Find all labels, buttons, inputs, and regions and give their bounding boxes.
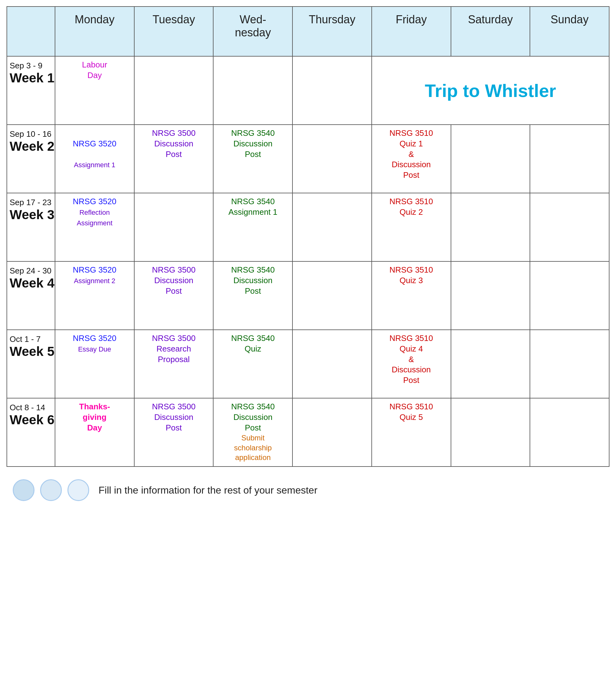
w3-monday-content: NRSG 3520 ReflectionAssignment (58, 196, 131, 228)
header-wednesday: Wed- nesday (213, 6, 292, 56)
w5-wednesday-content: NRSG 3540 Quiz (216, 333, 290, 354)
header-sunday: Sunday (530, 6, 609, 56)
w3-mon-line2: ReflectionAssignment (77, 208, 112, 227)
w4-mon-line2: Assignment 2 (74, 277, 115, 285)
w4-wednesday-content: NRSG 3540 Discussion Post (216, 265, 290, 296)
legend-circle-2 (40, 479, 62, 501)
w2-wednesday-content: NRSG 3540 Discussion Post (216, 128, 290, 159)
cell-w2-wednesday: NRSG 3540 Discussion Post (213, 125, 292, 193)
cell-w1-trip: Trip to Whistler (372, 56, 609, 125)
w6-wed-orange: Submit scholarship application (216, 433, 290, 462)
cell-w3-saturday (451, 193, 530, 261)
cell-w1-thursday (292, 56, 372, 125)
cell-w2-sunday (530, 125, 609, 193)
cell-w4-tuesday: NRSG 3500 Discussion Post (134, 261, 214, 330)
cell-w4-wednesday: NRSG 3540 Discussion Post (213, 261, 292, 330)
w2-monday-content: NRSG 3520 Assignment 1 (58, 128, 131, 170)
w4-friday-content: NRSG 3510 Quiz 3 (375, 265, 448, 286)
calendar-table: Monday Tuesday Wed- nesday Thursday Frid… (6, 6, 610, 467)
legend-circle-1 (13, 479, 35, 501)
trip-whistler-text: Trip to Whistler (375, 80, 607, 101)
cell-w6-thursday (292, 398, 372, 467)
table-row: Oct 8 - 14 Week 6 Thanks- giving Day NRS… (7, 398, 609, 467)
cell-w5-tuesday: NRSG 3500 Research Proposal (134, 330, 214, 398)
cell-w5-wednesday: NRSG 3540 Quiz (213, 330, 292, 398)
legend-circles (13, 479, 89, 501)
w6-wed-green: NRSG 3540 Discussion Post (216, 402, 290, 433)
cell-w4-monday: NRSG 3520 Assignment 2 (55, 261, 134, 330)
w5-friday-content: NRSG 3510 Quiz 4 & Discussion Post (375, 333, 448, 386)
cell-w5-friday: NRSG 3510 Quiz 4 & Discussion Post (372, 330, 451, 398)
cell-w6-monday: Thanks- giving Day (55, 398, 134, 467)
cell-w4-thursday (292, 261, 372, 330)
w6-friday-content: NRSG 3510 Quiz 5 (375, 402, 448, 423)
cell-w3-sunday (530, 193, 609, 261)
cell-w2-tuesday: NRSG 3500 Discussion Post (134, 125, 214, 193)
cell-w3-tuesday (134, 193, 214, 261)
cell-w3-friday: NRSG 3510 Quiz 2 (372, 193, 451, 261)
w3-wednesday-content: NRSG 3540 Assignment 1 (216, 196, 290, 218)
week-label: Sep 17 - 23 Week 3 (7, 193, 55, 261)
cell-w6-sunday (530, 398, 609, 467)
week-label: Sep 24 - 30 Week 4 (7, 261, 55, 330)
table-row: Oct 1 - 7 Week 5 NRSG 3520 Essay Due NRS… (7, 330, 609, 398)
cell-w2-thursday (292, 125, 372, 193)
header-tuesday: Tuesday (134, 6, 214, 56)
header-monday: Monday (55, 6, 134, 56)
cell-w1-wednesday (213, 56, 292, 125)
cell-w6-saturday (451, 398, 530, 467)
cell-w4-friday: NRSG 3510 Quiz 3 (372, 261, 451, 330)
cell-w5-saturday (451, 330, 530, 398)
w5-tuesday-content: NRSG 3500 Research Proposal (137, 333, 211, 364)
cell-w6-tuesday: NRSG 3500 Discussion Post (134, 398, 214, 467)
w2-mon-line1: NRSG 3520 (73, 139, 116, 148)
week-label: Sep 3 - 9 Week 1 (7, 56, 55, 125)
w3-mon-line1: NRSG 3520 (73, 197, 116, 206)
cell-w5-monday: NRSG 3520 Essay Due (55, 330, 134, 398)
table-row: Sep 24 - 30 Week 4 NRSG 3520 Assignment … (7, 261, 609, 330)
week-label: Oct 8 - 14 Week 6 (7, 398, 55, 467)
header-saturday: Saturday (451, 6, 530, 56)
table-row: Sep 17 - 23 Week 3 NRSG 3520 ReflectionA… (7, 193, 609, 261)
w2-mon-line2: Assignment 1 (74, 161, 115, 169)
w4-tuesday-content: NRSG 3500 Discussion Post (137, 265, 211, 296)
cell-w1-tuesday (134, 56, 214, 125)
cell-w3-wednesday: NRSG 3540 Assignment 1 (213, 193, 292, 261)
cell-w4-sunday (530, 261, 609, 330)
cell-w2-monday: NRSG 3520 Assignment 1 (55, 125, 134, 193)
cell-w4-saturday (451, 261, 530, 330)
table-row: Sep 3 - 9 Week 1 Labour Day Trip to Whis… (7, 56, 609, 125)
cell-w6-wednesday: NRSG 3540 Discussion Post Submit scholar… (213, 398, 292, 467)
w6-monday-content: Thanks- giving Day (58, 402, 131, 433)
cell-w5-sunday (530, 330, 609, 398)
cell-w3-monday: NRSG 3520 ReflectionAssignment (55, 193, 134, 261)
calendar-wrapper: Monday Tuesday Wed- nesday Thursday Frid… (6, 6, 610, 504)
cell-w2-saturday (451, 125, 530, 193)
w5-mon-line2: Essay Due (78, 345, 111, 353)
cell-w1-monday: Labour Day (55, 56, 134, 125)
w5-monday-content: NRSG 3520 Essay Due (58, 333, 131, 354)
legend-section: Fill in the information for the rest of … (6, 476, 610, 504)
week-label: Sep 10 - 16 Week 2 (7, 125, 55, 193)
w5-mon-line1: NRSG 3520 (73, 334, 116, 343)
w2-friday-content: NRSG 3510 Quiz 1 & Discussion Post (375, 128, 448, 181)
w3-friday-content: NRSG 3510 Quiz 2 (375, 196, 448, 218)
w4-mon-line1: NRSG 3520 (73, 265, 116, 274)
w6-tuesday-content: NRSG 3500 Discussion Post (137, 402, 211, 433)
w1-monday-content: Labour Day (58, 60, 131, 81)
cell-w5-thursday (292, 330, 372, 398)
header-thursday: Thursday (292, 6, 372, 56)
cell-w6-friday: NRSG 3510 Quiz 5 (372, 398, 451, 467)
header-friday: Friday (372, 6, 451, 56)
w2-tuesday-content: NRSG 3500 Discussion Post (137, 128, 211, 159)
w4-monday-content: NRSG 3520 Assignment 2 (58, 265, 131, 286)
cell-w3-thursday (292, 193, 372, 261)
cell-w2-friday: NRSG 3510 Quiz 1 & Discussion Post (372, 125, 451, 193)
legend-text: Fill in the information for the rest of … (98, 485, 317, 496)
week-label: Oct 1 - 7 Week 5 (7, 330, 55, 398)
legend-circle-3 (67, 479, 89, 501)
w6-wednesday-content: NRSG 3540 Discussion Post Submit scholar… (216, 402, 290, 462)
header-week (7, 6, 55, 56)
table-row: Sep 10 - 16 Week 2 NRSG 3520 Assignment … (7, 125, 609, 193)
